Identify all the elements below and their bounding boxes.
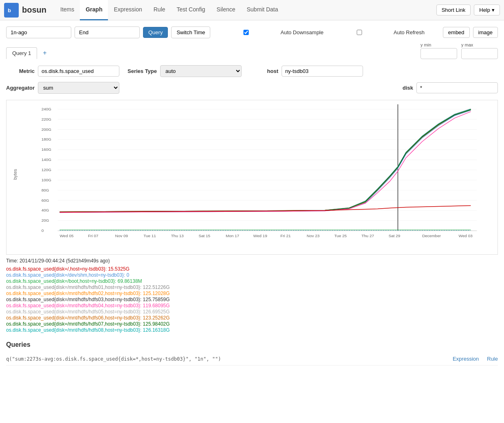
- query-bar: Query Switch Time Auto Downsample Auto R…: [6, 26, 498, 38]
- svg-text:b: b: [8, 7, 11, 13]
- svg-text:60G: 60G: [42, 198, 49, 203]
- svg-text:Nov 09: Nov 09: [115, 234, 128, 238]
- nav-item-testconfig[interactable]: Test Config: [171, 0, 211, 20]
- svg-text:220G: 220G: [42, 117, 51, 121]
- app-name: bosun: [22, 5, 46, 15]
- queries-rows: q("sum:2273s-avg:os.disk.fs.space_used{d…: [6, 352, 498, 366]
- ymax-group: y max: [461, 42, 498, 59]
- chart-svg: 240G 220G 200G 180G 160G 140G 120G 100G …: [27, 104, 493, 242]
- svg-text:140G: 140G: [42, 157, 51, 162]
- query-button[interactable]: Query: [143, 27, 168, 38]
- svg-text:Thu 27: Thu 27: [361, 234, 374, 238]
- aggregator-select[interactable]: sum avg min max count: [38, 82, 119, 94]
- legend-item: os.disk.fs.space_used{disk=/dev/shm,host…: [6, 272, 498, 278]
- legend-item: os.disk.fs.space_used{disk=/mnt/hdfs/hdf…: [6, 309, 498, 315]
- ymax-label: y max: [461, 42, 498, 47]
- chart-container: bytes 240G 220G 200G 180G 160G 140G 120G…: [6, 100, 498, 255]
- legend-item: os.disk.fs.space_used{disk=/boot,host=ny…: [6, 278, 498, 284]
- chart-area: 240G 220G 200G 180G 160G 140G 120G 100G …: [27, 104, 493, 242]
- embed-button[interactable]: embed: [443, 27, 470, 38]
- svg-text:Wed 19: Wed 19: [253, 234, 268, 238]
- svg-text:200G: 200G: [42, 127, 51, 132]
- start-input[interactable]: [6, 26, 71, 38]
- auto-refresh-label[interactable]: Auto Refresh: [327, 29, 425, 35]
- legend-item: os.disk.fs.space_used{disk=/,host=ny-tsd…: [6, 266, 498, 272]
- queries-title: Queries: [6, 341, 498, 348]
- ymax-input[interactable]: [461, 48, 498, 59]
- legend: os.disk.fs.space_used{disk=/,host=ny-tsd…: [6, 266, 498, 333]
- disk-group-wrapper: disk: [385, 82, 498, 93]
- ymin-input[interactable]: [420, 48, 457, 59]
- svg-text:120G: 120G: [42, 167, 51, 172]
- chevron-down-icon: ▾: [492, 7, 495, 13]
- nav-item-silence[interactable]: Silence: [211, 0, 241, 20]
- series-type-label: Series Type: [128, 68, 157, 74]
- auto-downsample-checkbox[interactable]: [213, 30, 279, 35]
- legend-item: os.disk.fs.space_used{disk=/mnt/hdfs/hdf…: [6, 327, 498, 333]
- svg-text:Mon 17: Mon 17: [226, 234, 240, 238]
- svg-text:Nov 23: Nov 23: [307, 234, 320, 238]
- svg-text:40G: 40G: [42, 208, 49, 212]
- svg-text:Tue 11: Tue 11: [143, 234, 156, 238]
- svg-text:Fri 07: Fri 07: [88, 234, 99, 238]
- svg-text:Wed 03: Wed 03: [459, 234, 473, 238]
- host-input[interactable]: [282, 66, 363, 77]
- bosun-logo: b: [4, 3, 19, 18]
- short-link-button[interactable]: Short Link: [436, 4, 471, 15]
- legend-item: os.disk.fs.space_used{disk=/mnt/hdfs/hdf…: [6, 284, 498, 290]
- host-group: host: [250, 66, 363, 77]
- query-row: q("sum:2273s-avg:os.disk.fs.space_used{d…: [6, 352, 498, 366]
- query-tabs: Query 1 +: [6, 47, 51, 59]
- nav-item-items[interactable]: Items: [55, 0, 80, 20]
- yminmax: y min y max: [420, 42, 498, 59]
- series-type-select[interactable]: auto line area stacked: [160, 65, 242, 77]
- image-button[interactable]: image: [473, 27, 498, 38]
- auto-downsample-label[interactable]: Auto Downsample: [213, 29, 324, 35]
- nav-items: Items Graph Expression Rule Test Config …: [55, 0, 436, 20]
- query-links: ExpressionRule: [453, 356, 498, 362]
- svg-text:Fri 21: Fri 21: [280, 234, 291, 238]
- nav-right: Short Link Help ▾: [436, 4, 500, 15]
- svg-text:80G: 80G: [42, 188, 49, 192]
- expression-link[interactable]: Expression: [453, 356, 479, 362]
- legend-item: os.disk.fs.space_used{disk=/mnt/hdfs/hdf…: [6, 321, 498, 327]
- legend-item: os.disk.fs.space_used{disk=/mnt/hdfs/hdf…: [6, 297, 498, 302]
- nav-item-expression[interactable]: Expression: [108, 0, 147, 20]
- nav-item-rule[interactable]: Rule: [148, 0, 171, 20]
- metric-group: Metric: [6, 66, 119, 77]
- svg-text:20G: 20G: [42, 218, 49, 223]
- navbar: b bosun Items Graph Expression Rule Test…: [0, 0, 504, 20]
- nav-item-graph[interactable]: Graph: [80, 0, 108, 20]
- y-axis-label: bytes: [13, 169, 18, 180]
- svg-text:160G: 160G: [42, 147, 51, 152]
- aggregator-label: Aggregator: [6, 85, 35, 91]
- help-button[interactable]: Help ▾: [474, 4, 500, 15]
- host-label: host: [250, 68, 278, 74]
- svg-text:100G: 100G: [42, 178, 51, 182]
- tabs-row: Query 1 + y min y max: [6, 42, 498, 59]
- ymin-label: y min: [420, 42, 457, 47]
- nav-item-submitdata[interactable]: Submit Data: [241, 0, 284, 20]
- add-query-button[interactable]: +: [39, 47, 51, 59]
- svg-text:December: December: [422, 234, 441, 238]
- disk-group: disk: [385, 82, 498, 93]
- disk-label: disk: [385, 85, 413, 91]
- aggregator-group: Aggregator sum avg min max count: [6, 82, 119, 94]
- disk-input[interactable]: [416, 82, 498, 93]
- metric-input[interactable]: [38, 66, 119, 77]
- svg-text:Sat 29: Sat 29: [389, 234, 401, 238]
- svg-text:Sat 15: Sat 15: [198, 234, 210, 238]
- switch-time-button[interactable]: Switch Time: [171, 26, 210, 38]
- main-content: Query Switch Time Auto Downsample Auto R…: [0, 20, 504, 372]
- query-tab-1[interactable]: Query 1: [6, 47, 37, 59]
- queries-section: Queries q("sum:2273s-avg:os.disk.fs.spac…: [6, 341, 498, 366]
- end-input[interactable]: [75, 26, 140, 38]
- svg-text:Thu 13: Thu 13: [171, 234, 184, 238]
- metric-label: Metric: [6, 68, 35, 74]
- svg-text:240G: 240G: [42, 107, 51, 111]
- auto-refresh-checkbox[interactable]: [327, 30, 392, 35]
- chart-time: Time: 2014/11/29-00:44:24 (5d21h49m49s a…: [6, 258, 498, 264]
- series-type-group: Series Type auto line area stacked: [128, 65, 242, 77]
- rule-link[interactable]: Rule: [487, 356, 498, 362]
- legend-item: os.disk.fs.space_used{disk=/mnt/hdfs/hdf…: [6, 315, 498, 321]
